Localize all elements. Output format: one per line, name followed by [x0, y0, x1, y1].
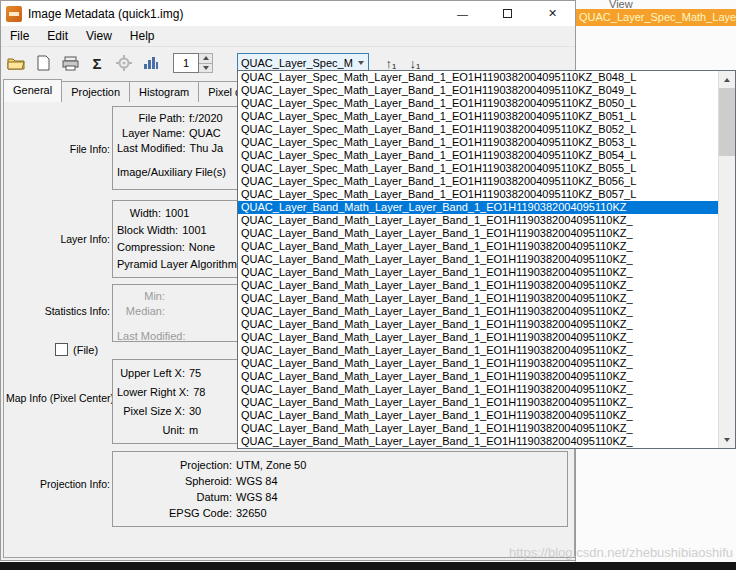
new-document-icon[interactable] [31, 52, 55, 74]
row-label: Last Modified: [113, 141, 185, 156]
dropdown-item[interactable]: QUAC_Layer_Band_Math_Layer_Layer_Band_1_… [238, 201, 718, 214]
dropdown-item[interactable]: QUAC_Layer_Band_Math_Layer_Layer_Band_1_… [238, 253, 718, 266]
row-label: Layer Name: [113, 126, 185, 141]
row-label: Pixel Size X: [113, 402, 185, 421]
arrow-down-icon [203, 66, 209, 70]
tab-general[interactable]: General [3, 79, 62, 102]
menu-item-view[interactable]: View [77, 26, 121, 46]
sort-ascending-icon[interactable]: ↑₁ [381, 56, 401, 71]
arrow-down-icon [724, 438, 730, 442]
row-value: 1001 [178, 222, 206, 239]
dropdown-item[interactable]: QUAC_Layer_Spec_Math_Layer_Band_1_EO1H11… [238, 110, 718, 123]
row-label: Min: [113, 289, 165, 304]
dropdown-item[interactable]: QUAC_Layer_Band_Math_Layer_Layer_Band_1_… [238, 292, 718, 305]
watermark: https://blog.csdn.net/zhebushibiaoshifu [509, 545, 733, 560]
row-label: Unit: [113, 421, 185, 440]
scrollbar-thumb[interactable] [719, 88, 735, 156]
row-label: File Path: [113, 111, 185, 126]
row-value: WGS 84 [232, 473, 278, 488]
band-spinner-value[interactable]: 1 [173, 53, 199, 73]
info-row: Projection:UTM, Zone 50 [113, 456, 567, 472]
dropdown-item[interactable]: QUAC_Layer_Band_Math_Layer_Layer_Band_1_… [238, 318, 718, 331]
row-value: WGS 84 [232, 489, 278, 504]
projection-info-label: Projection Info: [6, 478, 110, 490]
row-label: Upper Left X: [113, 364, 185, 383]
dropdown-item[interactable]: QUAC_Layer_Spec_Math_Layer_Band_1_EO1H11… [238, 149, 718, 162]
dropdown-item[interactable]: QUAC_Layer_Spec_Math_Layer_Band_1_EO1H11… [238, 123, 718, 136]
print-icon[interactable] [58, 52, 82, 74]
row-value: 75 [185, 364, 201, 383]
sort-descending-icon[interactable]: ↓₁ [405, 56, 425, 71]
chevron-down-icon[interactable] [353, 61, 368, 65]
row-value: None [185, 239, 215, 256]
arrow-up-icon [724, 78, 730, 82]
row-label: Last Modified: [113, 329, 185, 344]
dropdown-item[interactable]: QUAC_Layer_Band_Math_Layer_Layer_Band_1_… [238, 214, 718, 227]
row-label: Image/Auxiliary File(s) [113, 165, 226, 180]
row-value: 30 [185, 402, 201, 421]
row-value: 1001 [161, 205, 189, 222]
row-value [226, 165, 230, 180]
spinner-down-button[interactable] [199, 64, 212, 73]
dropdown-item[interactable]: QUAC_Layer_Band_Math_Layer_Layer_Band_1_… [238, 344, 718, 357]
dropdown-item[interactable]: QUAC_Layer_Spec_Math_Layer_Band_1_EO1H11… [238, 162, 718, 175]
arrow-up-icon [203, 56, 209, 60]
dropdown-item[interactable]: QUAC_Layer_Spec_Math_Layer_Band_1_EO1H11… [238, 71, 718, 84]
dropdown-item[interactable]: QUAC_Layer_Band_Math_Layer_Layer_Band_1_… [238, 435, 718, 448]
row-label: Block Width: [113, 222, 178, 239]
dropdown-item[interactable]: QUAC_Layer_Spec_Math_Layer_Band_1_EO1H11… [238, 97, 718, 110]
maximize-button[interactable] [485, 1, 530, 26]
minimize-button[interactable]: — [440, 1, 485, 26]
menu-item-edit[interactable]: Edit [38, 26, 77, 46]
file-checkbox[interactable] [55, 343, 68, 356]
dropdown-item[interactable]: QUAC_Layer_Spec_Math_Layer_Band_1_EO1H11… [238, 84, 718, 97]
background-highlighted-item[interactable]: QUAC_Layer_Spec_Math_Layer_Ba [576, 9, 736, 26]
dropdown-item[interactable]: QUAC_Layer_Band_Math_Layer_Layer_Band_1_… [238, 331, 718, 344]
row-label: Spheroid: [113, 473, 232, 488]
statistics-sum-icon[interactable]: Σ [85, 52, 109, 74]
scrollbar-up-button[interactable] [719, 71, 735, 88]
row-value: QUAC [185, 126, 221, 141]
dropdown-item[interactable]: QUAC_Layer_Band_Math_Layer_Layer_Band_1_… [238, 227, 718, 240]
dropdown-item[interactable]: QUAC_Layer_Band_Math_Layer_Layer_Band_1_… [238, 370, 718, 383]
close-button[interactable]: ✕ [530, 1, 575, 26]
info-row: EPSG Code:32650 [113, 504, 567, 520]
dropdown-scrollbar[interactable] [718, 71, 735, 448]
open-folder-icon[interactable] [4, 52, 28, 74]
dropdown-item[interactable]: QUAC_Layer_Band_Math_Layer_Layer_Band_1_… [238, 240, 718, 253]
row-label: Median: [113, 304, 165, 319]
file-checkbox-label: (File) [73, 344, 98, 356]
dropdown-item[interactable]: QUAC_Layer_Spec_Math_Layer_Band_1_EO1H11… [238, 188, 718, 201]
menu-bar: FileEditViewHelp [1, 26, 575, 47]
tab-histogram[interactable]: Histogram [129, 81, 199, 102]
row-value: UTM, Zone 50 [232, 457, 306, 472]
row-value: m [185, 421, 198, 440]
dropdown-item[interactable]: QUAC_Layer_Band_Math_Layer_Layer_Band_1_… [238, 422, 718, 435]
row-label: EPSG Code: [113, 505, 232, 520]
tab-projection[interactable]: Projection [61, 81, 130, 102]
histogram-icon[interactable] [139, 52, 163, 74]
row-value [165, 289, 169, 304]
dropdown-item[interactable]: QUAC_Layer_Band_Math_Layer_Layer_Band_1_… [238, 279, 718, 292]
spinner-up-button[interactable] [199, 54, 212, 64]
menu-item-file[interactable]: File [1, 26, 38, 46]
dropdown-item[interactable]: QUAC_Layer_Spec_Math_Layer_Band_1_EO1H11… [238, 175, 718, 188]
row-value: f:/2020 [185, 111, 223, 126]
dropdown-item[interactable]: QUAC_Layer_Band_Math_Layer_Layer_Band_1_… [238, 305, 718, 318]
dropdown-item[interactable]: QUAC_Layer_Band_Math_Layer_Layer_Band_1_… [238, 266, 718, 279]
menu-item-help[interactable]: Help [121, 26, 164, 46]
row-label: Lower Right X: [113, 383, 189, 402]
title-bar: Image Metadata (quick1.img) — ✕ [1, 1, 575, 26]
band-spinner: 1 [173, 53, 213, 73]
row-label: Pyramid Layer Algorithm: [113, 256, 240, 273]
dropdown-item[interactable]: QUAC_Layer_Band_Math_Layer_Layer_Band_1_… [238, 396, 718, 409]
row-label: Projection: [113, 457, 232, 472]
dropdown-item[interactable]: QUAC_Layer_Band_Math_Layer_Layer_Band_1_… [238, 357, 718, 370]
row-value: 32650 [232, 505, 267, 520]
statistics-info-label: Statistics Info: [6, 305, 110, 317]
gear-icon[interactable] [112, 52, 136, 74]
dropdown-item[interactable]: QUAC_Layer_Band_Math_Layer_Layer_Band_1_… [238, 383, 718, 396]
scrollbar-down-button[interactable] [719, 431, 735, 448]
dropdown-item[interactable]: QUAC_Layer_Band_Math_Layer_Layer_Band_1_… [238, 409, 718, 422]
dropdown-item[interactable]: QUAC_Layer_Spec_Math_Layer_Band_1_EO1H11… [238, 136, 718, 149]
